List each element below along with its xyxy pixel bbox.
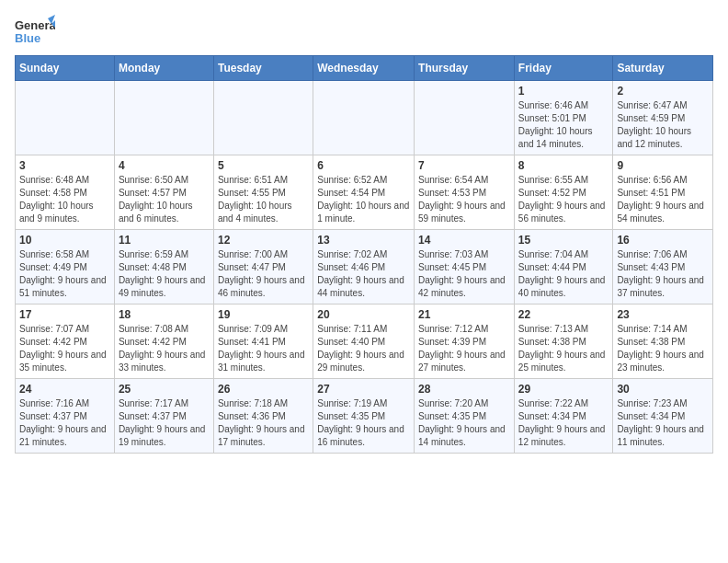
day-info: Sunrise: 7:04 AM Sunset: 4:44 PM Dayligh…	[518, 248, 609, 300]
day-info: Sunrise: 7:18 AM Sunset: 4:36 PM Dayligh…	[218, 397, 309, 449]
day-number: 21	[418, 308, 510, 321]
weekday-header-tuesday: Tuesday	[213, 56, 313, 81]
weekday-header-sunday: Sunday	[16, 56, 115, 81]
day-info: Sunrise: 7:08 AM Sunset: 4:42 PM Dayligh…	[119, 323, 210, 374]
calendar-cell: 23Sunrise: 7:14 AM Sunset: 4:38 PM Dayli…	[613, 304, 713, 379]
day-number: 22	[518, 308, 609, 321]
weekday-header-wednesday: Wednesday	[313, 56, 415, 81]
calendar-cell: 5Sunrise: 6:51 AM Sunset: 4:55 PM Daylig…	[213, 155, 313, 230]
day-info: Sunrise: 6:51 AM Sunset: 4:55 PM Dayligh…	[218, 174, 309, 225]
day-info: Sunrise: 6:47 AM Sunset: 4:59 PM Dayligh…	[617, 99, 709, 151]
day-number: 6	[317, 159, 410, 172]
calendar-cell	[313, 81, 415, 155]
day-number: 20	[317, 308, 410, 321]
day-info: Sunrise: 6:56 AM Sunset: 4:51 PM Dayligh…	[617, 174, 709, 225]
day-number: 19	[218, 308, 309, 321]
svg-text:Blue: Blue	[15, 31, 40, 45]
day-number: 1	[518, 85, 609, 98]
day-number: 30	[617, 383, 709, 396]
weekday-header-saturday: Saturday	[613, 56, 713, 81]
day-number: 2	[617, 85, 709, 98]
day-info: Sunrise: 6:59 AM Sunset: 4:48 PM Dayligh…	[119, 248, 210, 300]
day-info: Sunrise: 7:17 AM Sunset: 4:37 PM Dayligh…	[119, 397, 210, 449]
calendar-cell: 8Sunrise: 6:55 AM Sunset: 4:52 PM Daylig…	[514, 155, 613, 230]
day-info: Sunrise: 7:03 AM Sunset: 4:45 PM Dayligh…	[418, 248, 510, 300]
logo: General Blue	[15, 15, 55, 48]
day-number: 3	[19, 159, 110, 172]
day-info: Sunrise: 7:00 AM Sunset: 4:47 PM Dayligh…	[218, 248, 309, 300]
day-number: 14	[418, 234, 510, 247]
day-number: 28	[418, 383, 510, 396]
calendar-cell: 19Sunrise: 7:09 AM Sunset: 4:41 PM Dayli…	[213, 304, 313, 379]
day-number: 18	[119, 308, 210, 321]
weekday-header-thursday: Thursday	[415, 56, 515, 81]
calendar-cell: 14Sunrise: 7:03 AM Sunset: 4:45 PM Dayli…	[415, 230, 515, 304]
day-info: Sunrise: 6:52 AM Sunset: 4:54 PM Dayligh…	[317, 174, 410, 225]
day-number: 5	[218, 159, 309, 172]
day-number: 25	[119, 383, 210, 396]
day-info: Sunrise: 7:16 AM Sunset: 4:37 PM Dayligh…	[19, 397, 110, 449]
day-info: Sunrise: 7:06 AM Sunset: 4:43 PM Dayligh…	[617, 248, 709, 300]
day-number: 24	[19, 383, 110, 396]
day-info: Sunrise: 7:09 AM Sunset: 4:41 PM Dayligh…	[218, 323, 309, 374]
day-info: Sunrise: 7:02 AM Sunset: 4:46 PM Dayligh…	[317, 248, 410, 300]
page-header: General Blue	[15, 15, 713, 48]
calendar-cell: 12Sunrise: 7:00 AM Sunset: 4:47 PM Dayli…	[213, 230, 313, 304]
calendar-cell: 16Sunrise: 7:06 AM Sunset: 4:43 PM Dayli…	[613, 230, 713, 304]
day-info: Sunrise: 7:07 AM Sunset: 4:42 PM Dayligh…	[19, 323, 110, 374]
day-info: Sunrise: 6:55 AM Sunset: 4:52 PM Dayligh…	[518, 174, 609, 225]
calendar-cell: 25Sunrise: 7:17 AM Sunset: 4:37 PM Dayli…	[114, 379, 213, 454]
day-number: 10	[19, 234, 110, 247]
calendar-cell: 11Sunrise: 6:59 AM Sunset: 4:48 PM Dayli…	[114, 230, 213, 304]
day-number: 16	[617, 234, 709, 247]
day-number: 9	[617, 159, 709, 172]
calendar-cell: 27Sunrise: 7:19 AM Sunset: 4:35 PM Dayli…	[313, 379, 415, 454]
day-number: 12	[218, 234, 309, 247]
calendar-cell: 22Sunrise: 7:13 AM Sunset: 4:38 PM Dayli…	[514, 304, 613, 379]
calendar-cell: 29Sunrise: 7:22 AM Sunset: 4:34 PM Dayli…	[514, 379, 613, 454]
calendar-cell: 1Sunrise: 6:46 AM Sunset: 5:01 PM Daylig…	[514, 81, 613, 155]
day-number: 8	[518, 159, 609, 172]
calendar-cell: 17Sunrise: 7:07 AM Sunset: 4:42 PM Dayli…	[16, 304, 115, 379]
day-info: Sunrise: 7:20 AM Sunset: 4:35 PM Dayligh…	[418, 397, 510, 449]
day-number: 17	[19, 308, 110, 321]
calendar-cell: 26Sunrise: 7:18 AM Sunset: 4:36 PM Dayli…	[213, 379, 313, 454]
svg-text:General: General	[15, 18, 55, 32]
calendar-cell: 20Sunrise: 7:11 AM Sunset: 4:40 PM Dayli…	[313, 304, 415, 379]
calendar-cell: 15Sunrise: 7:04 AM Sunset: 4:44 PM Dayli…	[514, 230, 613, 304]
calendar-cell	[114, 81, 213, 155]
day-info: Sunrise: 6:58 AM Sunset: 4:49 PM Dayligh…	[19, 248, 110, 300]
calendar-cell	[213, 81, 313, 155]
calendar-cell: 6Sunrise: 6:52 AM Sunset: 4:54 PM Daylig…	[313, 155, 415, 230]
day-info: Sunrise: 7:22 AM Sunset: 4:34 PM Dayligh…	[518, 397, 609, 449]
day-info: Sunrise: 7:12 AM Sunset: 4:39 PM Dayligh…	[418, 323, 510, 374]
day-info: Sunrise: 7:19 AM Sunset: 4:35 PM Dayligh…	[317, 397, 410, 449]
calendar-cell: 3Sunrise: 6:48 AM Sunset: 4:58 PM Daylig…	[16, 155, 115, 230]
day-number: 15	[518, 234, 609, 247]
calendar-cell: 9Sunrise: 6:56 AM Sunset: 4:51 PM Daylig…	[613, 155, 713, 230]
calendar-cell: 4Sunrise: 6:50 AM Sunset: 4:57 PM Daylig…	[114, 155, 213, 230]
day-number: 27	[317, 383, 410, 396]
day-info: Sunrise: 7:14 AM Sunset: 4:38 PM Dayligh…	[617, 323, 709, 374]
day-number: 4	[119, 159, 210, 172]
day-info: Sunrise: 6:48 AM Sunset: 4:58 PM Dayligh…	[19, 174, 110, 225]
calendar-table: SundayMondayTuesdayWednesdayThursdayFrid…	[15, 55, 713, 454]
calendar-cell: 18Sunrise: 7:08 AM Sunset: 4:42 PM Dayli…	[114, 304, 213, 379]
calendar-cell: 13Sunrise: 7:02 AM Sunset: 4:46 PM Dayli…	[313, 230, 415, 304]
calendar-cell: 28Sunrise: 7:20 AM Sunset: 4:35 PM Dayli…	[415, 379, 515, 454]
calendar-cell: 21Sunrise: 7:12 AM Sunset: 4:39 PM Dayli…	[415, 304, 515, 379]
day-number: 13	[317, 234, 410, 247]
calendar-cell: 24Sunrise: 7:16 AM Sunset: 4:37 PM Dayli…	[16, 379, 115, 454]
calendar-cell	[415, 81, 515, 155]
calendar-cell: 10Sunrise: 6:58 AM Sunset: 4:49 PM Dayli…	[16, 230, 115, 304]
day-info: Sunrise: 6:50 AM Sunset: 4:57 PM Dayligh…	[119, 174, 210, 225]
day-number: 7	[418, 159, 510, 172]
calendar-cell: 7Sunrise: 6:54 AM Sunset: 4:53 PM Daylig…	[415, 155, 515, 230]
day-number: 26	[218, 383, 309, 396]
weekday-header-friday: Friday	[514, 56, 613, 81]
day-number: 23	[617, 308, 709, 321]
day-info: Sunrise: 7:23 AM Sunset: 4:34 PM Dayligh…	[617, 397, 709, 449]
weekday-header-monday: Monday	[114, 56, 213, 81]
calendar-cell	[16, 81, 115, 155]
day-info: Sunrise: 7:11 AM Sunset: 4:40 PM Dayligh…	[317, 323, 410, 374]
